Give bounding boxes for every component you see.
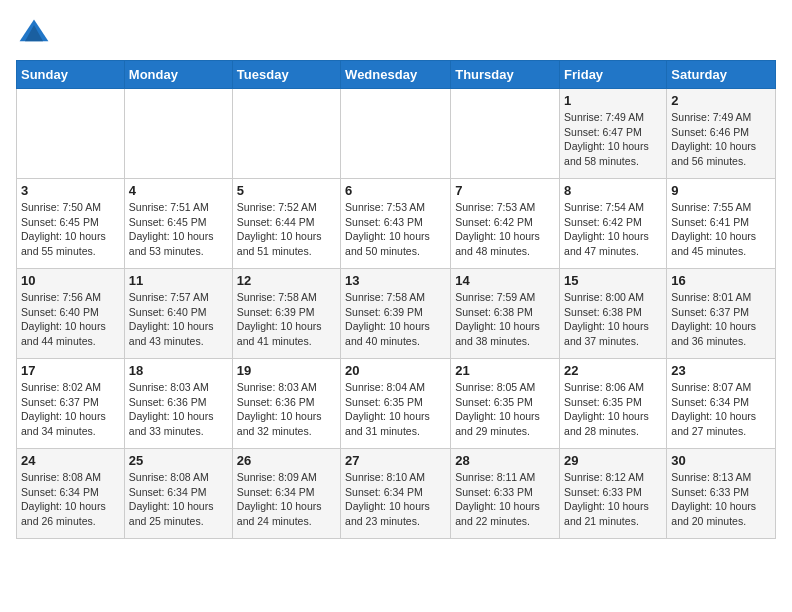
day-info: Sunrise: 7:58 AM Sunset: 6:39 PM Dayligh…	[345, 290, 446, 349]
day-number: 30	[671, 453, 771, 468]
day-info: Sunrise: 8:13 AM Sunset: 6:33 PM Dayligh…	[671, 470, 771, 529]
calendar-week: 24Sunrise: 8:08 AM Sunset: 6:34 PM Dayli…	[17, 449, 776, 539]
day-info: Sunrise: 7:53 AM Sunset: 6:43 PM Dayligh…	[345, 200, 446, 259]
day-number: 6	[345, 183, 446, 198]
calendar-cell: 21Sunrise: 8:05 AM Sunset: 6:35 PM Dayli…	[451, 359, 560, 449]
day-number: 7	[455, 183, 555, 198]
day-number: 21	[455, 363, 555, 378]
calendar-cell: 1Sunrise: 7:49 AM Sunset: 6:47 PM Daylig…	[560, 89, 667, 179]
calendar-cell	[451, 89, 560, 179]
calendar: SundayMondayTuesdayWednesdayThursdayFrid…	[16, 60, 776, 539]
calendar-week: 1Sunrise: 7:49 AM Sunset: 6:47 PM Daylig…	[17, 89, 776, 179]
day-info: Sunrise: 8:08 AM Sunset: 6:34 PM Dayligh…	[21, 470, 120, 529]
day-number: 12	[237, 273, 336, 288]
logo	[16, 16, 56, 52]
calendar-cell: 27Sunrise: 8:10 AM Sunset: 6:34 PM Dayli…	[341, 449, 451, 539]
day-info: Sunrise: 7:55 AM Sunset: 6:41 PM Dayligh…	[671, 200, 771, 259]
calendar-week: 3Sunrise: 7:50 AM Sunset: 6:45 PM Daylig…	[17, 179, 776, 269]
calendar-cell: 5Sunrise: 7:52 AM Sunset: 6:44 PM Daylig…	[232, 179, 340, 269]
day-number: 17	[21, 363, 120, 378]
day-info: Sunrise: 7:59 AM Sunset: 6:38 PM Dayligh…	[455, 290, 555, 349]
day-info: Sunrise: 7:57 AM Sunset: 6:40 PM Dayligh…	[129, 290, 228, 349]
calendar-cell: 26Sunrise: 8:09 AM Sunset: 6:34 PM Dayli…	[232, 449, 340, 539]
calendar-cell: 29Sunrise: 8:12 AM Sunset: 6:33 PM Dayli…	[560, 449, 667, 539]
day-number: 3	[21, 183, 120, 198]
day-number: 24	[21, 453, 120, 468]
calendar-header: SundayMondayTuesdayWednesdayThursdayFrid…	[17, 61, 776, 89]
day-number: 28	[455, 453, 555, 468]
day-info: Sunrise: 8:03 AM Sunset: 6:36 PM Dayligh…	[129, 380, 228, 439]
logo-icon	[16, 16, 52, 52]
calendar-cell: 19Sunrise: 8:03 AM Sunset: 6:36 PM Dayli…	[232, 359, 340, 449]
day-number: 18	[129, 363, 228, 378]
calendar-body: 1Sunrise: 7:49 AM Sunset: 6:47 PM Daylig…	[17, 89, 776, 539]
day-number: 9	[671, 183, 771, 198]
calendar-cell: 20Sunrise: 8:04 AM Sunset: 6:35 PM Dayli…	[341, 359, 451, 449]
calendar-cell: 17Sunrise: 8:02 AM Sunset: 6:37 PM Dayli…	[17, 359, 125, 449]
header-row: SundayMondayTuesdayWednesdayThursdayFrid…	[17, 61, 776, 89]
day-number: 2	[671, 93, 771, 108]
day-info: Sunrise: 8:05 AM Sunset: 6:35 PM Dayligh…	[455, 380, 555, 439]
day-number: 16	[671, 273, 771, 288]
day-number: 29	[564, 453, 662, 468]
day-number: 15	[564, 273, 662, 288]
calendar-cell: 8Sunrise: 7:54 AM Sunset: 6:42 PM Daylig…	[560, 179, 667, 269]
calendar-cell: 12Sunrise: 7:58 AM Sunset: 6:39 PM Dayli…	[232, 269, 340, 359]
calendar-cell	[232, 89, 340, 179]
calendar-cell: 2Sunrise: 7:49 AM Sunset: 6:46 PM Daylig…	[667, 89, 776, 179]
day-number: 5	[237, 183, 336, 198]
calendar-cell: 10Sunrise: 7:56 AM Sunset: 6:40 PM Dayli…	[17, 269, 125, 359]
day-info: Sunrise: 8:07 AM Sunset: 6:34 PM Dayligh…	[671, 380, 771, 439]
day-number: 4	[129, 183, 228, 198]
day-number: 23	[671, 363, 771, 378]
calendar-cell: 11Sunrise: 7:57 AM Sunset: 6:40 PM Dayli…	[124, 269, 232, 359]
day-info: Sunrise: 8:12 AM Sunset: 6:33 PM Dayligh…	[564, 470, 662, 529]
calendar-week: 17Sunrise: 8:02 AM Sunset: 6:37 PM Dayli…	[17, 359, 776, 449]
day-info: Sunrise: 7:50 AM Sunset: 6:45 PM Dayligh…	[21, 200, 120, 259]
calendar-cell: 18Sunrise: 8:03 AM Sunset: 6:36 PM Dayli…	[124, 359, 232, 449]
day-info: Sunrise: 7:49 AM Sunset: 6:47 PM Dayligh…	[564, 110, 662, 169]
calendar-cell: 24Sunrise: 8:08 AM Sunset: 6:34 PM Dayli…	[17, 449, 125, 539]
day-info: Sunrise: 7:54 AM Sunset: 6:42 PM Dayligh…	[564, 200, 662, 259]
day-info: Sunrise: 8:00 AM Sunset: 6:38 PM Dayligh…	[564, 290, 662, 349]
day-info: Sunrise: 7:58 AM Sunset: 6:39 PM Dayligh…	[237, 290, 336, 349]
calendar-cell: 28Sunrise: 8:11 AM Sunset: 6:33 PM Dayli…	[451, 449, 560, 539]
day-number: 1	[564, 93, 662, 108]
calendar-cell: 14Sunrise: 7:59 AM Sunset: 6:38 PM Dayli…	[451, 269, 560, 359]
day-info: Sunrise: 7:52 AM Sunset: 6:44 PM Dayligh…	[237, 200, 336, 259]
header-day: Thursday	[451, 61, 560, 89]
header-day: Wednesday	[341, 61, 451, 89]
calendar-cell	[124, 89, 232, 179]
day-number: 26	[237, 453, 336, 468]
header-day: Tuesday	[232, 61, 340, 89]
day-info: Sunrise: 8:09 AM Sunset: 6:34 PM Dayligh…	[237, 470, 336, 529]
calendar-cell	[17, 89, 125, 179]
day-number: 14	[455, 273, 555, 288]
header-day: Friday	[560, 61, 667, 89]
day-number: 8	[564, 183, 662, 198]
calendar-cell: 6Sunrise: 7:53 AM Sunset: 6:43 PM Daylig…	[341, 179, 451, 269]
header-day: Monday	[124, 61, 232, 89]
calendar-week: 10Sunrise: 7:56 AM Sunset: 6:40 PM Dayli…	[17, 269, 776, 359]
calendar-cell: 25Sunrise: 8:08 AM Sunset: 6:34 PM Dayli…	[124, 449, 232, 539]
day-number: 22	[564, 363, 662, 378]
day-info: Sunrise: 8:06 AM Sunset: 6:35 PM Dayligh…	[564, 380, 662, 439]
calendar-cell: 30Sunrise: 8:13 AM Sunset: 6:33 PM Dayli…	[667, 449, 776, 539]
day-info: Sunrise: 8:04 AM Sunset: 6:35 PM Dayligh…	[345, 380, 446, 439]
calendar-cell	[341, 89, 451, 179]
calendar-cell: 13Sunrise: 7:58 AM Sunset: 6:39 PM Dayli…	[341, 269, 451, 359]
day-number: 13	[345, 273, 446, 288]
day-info: Sunrise: 8:10 AM Sunset: 6:34 PM Dayligh…	[345, 470, 446, 529]
day-info: Sunrise: 8:08 AM Sunset: 6:34 PM Dayligh…	[129, 470, 228, 529]
day-info: Sunrise: 7:56 AM Sunset: 6:40 PM Dayligh…	[21, 290, 120, 349]
calendar-cell: 4Sunrise: 7:51 AM Sunset: 6:45 PM Daylig…	[124, 179, 232, 269]
day-number: 25	[129, 453, 228, 468]
calendar-cell: 9Sunrise: 7:55 AM Sunset: 6:41 PM Daylig…	[667, 179, 776, 269]
day-info: Sunrise: 8:01 AM Sunset: 6:37 PM Dayligh…	[671, 290, 771, 349]
day-info: Sunrise: 8:11 AM Sunset: 6:33 PM Dayligh…	[455, 470, 555, 529]
header-day: Saturday	[667, 61, 776, 89]
day-number: 10	[21, 273, 120, 288]
page-header	[16, 16, 776, 52]
day-number: 19	[237, 363, 336, 378]
day-info: Sunrise: 8:02 AM Sunset: 6:37 PM Dayligh…	[21, 380, 120, 439]
